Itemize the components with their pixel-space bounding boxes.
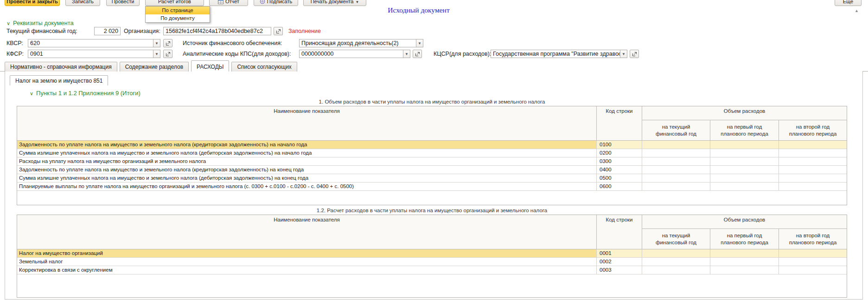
row-name-cell[interactable]: Налог на имущество организаций — [17, 249, 597, 257]
kfsr-dropdown-icon[interactable]: ▼ — [153, 50, 160, 58]
row-name-cell[interactable]: Расходы на уплату налога на имущество ор… — [17, 157, 597, 165]
calc-totals-button[interactable]: Расчет итогов — [145, 0, 204, 6]
value-cell[interactable] — [779, 174, 847, 182]
tab-expenses[interactable]: РАСХОДЫ — [191, 60, 229, 72]
year-field[interactable]: 2 020 — [94, 27, 121, 35]
row-name-cell[interactable]: Задолженность по уплате налога на имущес… — [17, 166, 597, 174]
table2-title: 1.2. Расчет расходов в части уплаты нало… — [17, 208, 847, 213]
kcsr-field[interactable]: Государственная программа "Развитие здра… — [491, 50, 627, 58]
row-code-cell[interactable]: 0400 — [597, 166, 642, 174]
kps-field[interactable]: 0000000000 ▼ — [299, 50, 410, 58]
row-name-cell[interactable]: Сумма излишне уплаченных налога на имуще… — [17, 149, 597, 157]
scroll-up-icon[interactable]: ▲ — [855, 8, 859, 13]
table-row[interactable]: Сумма излишне уплаченных налога на имуще… — [17, 149, 847, 157]
tab-normative-info[interactable]: Нормативно - справочная информация — [5, 62, 117, 72]
row-code-cell[interactable]: 0200 — [597, 149, 642, 157]
value-cell[interactable] — [710, 266, 779, 274]
table-row[interactable]: Корректировка в связи с округлением 0003 — [17, 266, 847, 274]
post-and-close-button[interactable]: Провести и закрыть — [5, 0, 60, 6]
kfsr-open-button[interactable] — [163, 50, 172, 58]
organization-field[interactable]: 15682fe1cf4f42c4a178b040edbe87c2 — [163, 27, 271, 35]
value-cell[interactable] — [779, 141, 847, 149]
subtab-land-property-tax[interactable]: Налог на землю и имущество 851 — [10, 75, 108, 85]
value-cell[interactable] — [710, 166, 779, 174]
report-button[interactable]: Отчет — [209, 0, 248, 6]
tab-sections-content[interactable]: Содержание разделов — [120, 62, 189, 72]
value-cell[interactable] — [710, 149, 779, 157]
value-cell[interactable] — [642, 157, 710, 165]
column-header-code: Код строки — [597, 215, 642, 249]
kcsr-dropdown-icon[interactable]: ▼ — [620, 50, 627, 58]
sign-button[interactable]: Подписать — [254, 0, 298, 6]
table-row[interactable]: Сумма излишне уплаченных налога на имуще… — [17, 174, 847, 183]
kvsr-open-button[interactable] — [163, 39, 172, 47]
post-and-close-label: Провести и закрыть — [6, 0, 57, 4]
save-button[interactable]: Записать — [65, 0, 100, 6]
value-cell[interactable] — [710, 258, 779, 266]
row-code-cell[interactable]: 0002 — [597, 258, 642, 266]
value-cell[interactable] — [779, 249, 847, 257]
post-button[interactable]: Провести — [106, 0, 140, 6]
column-header-name: Наименование показателя — [17, 215, 597, 249]
section-requisites[interactable]: ∨Реквизиты документа — [6, 20, 74, 26]
value-cell[interactable] — [779, 266, 847, 274]
funding-source-field[interactable]: Приносящая доход деятельность(2) ▼ — [299, 39, 423, 47]
row-name-cell[interactable]: Корректировка в связи с округлением — [17, 266, 597, 274]
menu-item-per-document[interactable]: По документу — [146, 14, 210, 22]
kvsr-dropdown-icon[interactable]: ▼ — [153, 39, 160, 47]
row-code-cell[interactable]: 0300 — [597, 157, 642, 165]
value-cell[interactable] — [642, 258, 710, 266]
kps-dropdown-icon[interactable]: ▼ — [403, 50, 410, 58]
row-code-cell[interactable]: 0003 — [597, 266, 642, 274]
organization-open-button[interactable] — [274, 27, 283, 35]
tab-approvers-list[interactable]: Список согласующих — [231, 62, 297, 72]
value-cell[interactable] — [642, 266, 710, 274]
value-cell[interactable] — [779, 166, 847, 174]
value-cell[interactable] — [642, 183, 710, 190]
table-row[interactable]: Расходы на уплату налога на имущество ор… — [17, 157, 847, 166]
row-name-cell[interactable]: Задолженность по уплате налога на имущес… — [17, 141, 597, 149]
funding-source-label: Источник финансового обеспечения: — [183, 40, 282, 46]
table-row[interactable]: Задолженность по уплате налога на имущес… — [17, 166, 847, 174]
table-row[interactable]: Задолженность по уплате налога на имущес… — [17, 141, 847, 149]
value-cell[interactable] — [710, 249, 779, 257]
table-row[interactable]: Планируемые выплаты по уплате налога на … — [17, 183, 847, 191]
value-cell[interactable] — [642, 141, 710, 149]
row-code-cell[interactable]: 0100 — [597, 141, 642, 149]
table-row[interactable]: Земельный налог 0002 — [17, 258, 847, 266]
table-row[interactable]: Налог на имущество организаций 0001 — [17, 249, 847, 258]
value-cell[interactable] — [710, 174, 779, 182]
value-cell[interactable] — [710, 183, 779, 190]
kcsr-open-button[interactable] — [630, 50, 639, 58]
print-document-button[interactable]: Печать документа ▼ — [303, 0, 366, 6]
column-header-second-plan-year: на второй год планового периода — [779, 120, 847, 141]
value-cell[interactable] — [642, 166, 710, 174]
row-name-cell[interactable]: Планируемые выплаты по уплате налога на … — [17, 183, 597, 190]
section-items-totals[interactable]: ∨Пункты 1 и 1.2 Приложения 9 (Итоги) — [30, 90, 140, 97]
calc-totals-menu: По странице По документу — [145, 6, 210, 23]
table2-empty-area — [17, 274, 847, 297]
year-value: 2 020 — [95, 28, 120, 34]
value-cell[interactable] — [779, 149, 847, 157]
more-button[interactable]: Ещё — [835, 0, 862, 6]
row-code-cell[interactable]: 0600 — [597, 183, 642, 190]
value-cell[interactable] — [779, 258, 847, 266]
row-code-cell[interactable]: 0001 — [597, 249, 642, 257]
value-cell[interactable] — [710, 141, 779, 149]
value-cell[interactable] — [642, 249, 710, 257]
funding-source-value: Приносящая доход деятельность(2) — [300, 40, 416, 46]
value-cell[interactable] — [642, 149, 710, 157]
value-cell[interactable] — [710, 157, 779, 165]
row-code-cell[interactable]: 0500 — [597, 174, 642, 182]
funding-source-dropdown-icon[interactable]: ▼ — [416, 39, 423, 47]
value-cell[interactable] — [642, 174, 710, 182]
value-cell[interactable] — [779, 183, 847, 190]
kfsr-field[interactable]: 0901 ▼ — [28, 50, 160, 58]
menu-item-per-page[interactable]: По странице — [146, 7, 210, 14]
kvsr-field[interactable]: 620 ▼ — [28, 39, 160, 47]
row-name-cell[interactable]: Земельный налог — [17, 258, 597, 266]
value-cell[interactable] — [779, 157, 847, 165]
row-name-cell[interactable]: Сумма излишне уплаченных налога на имуще… — [17, 174, 597, 182]
fill-command[interactable]: Заполнение — [288, 28, 321, 34]
kps-open-button[interactable] — [413, 50, 422, 58]
